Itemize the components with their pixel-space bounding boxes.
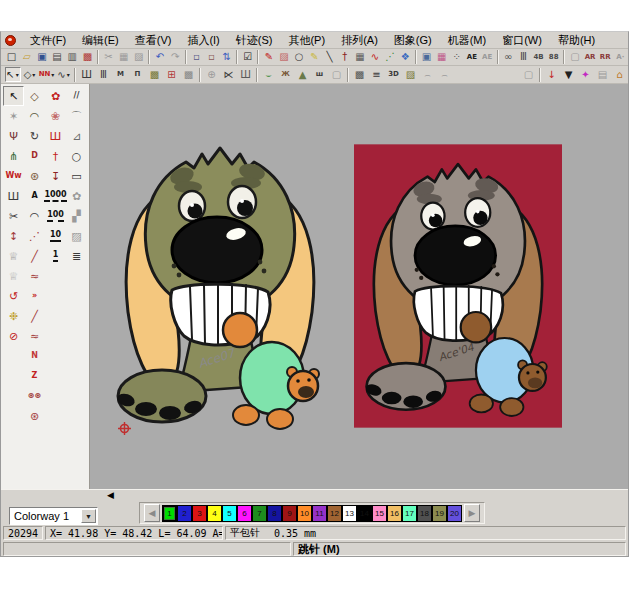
branch-tool[interactable]: Ψ — [3, 126, 24, 146]
color-swatch-13[interactable]: 13 — [342, 505, 357, 522]
transform-scale-button[interactable]: ▫ — [189, 50, 203, 65]
redo-button[interactable]: ↷ — [168, 50, 182, 65]
star-punch-tool[interactable]: ✶ — [3, 106, 24, 126]
length-10-tool[interactable]: 10 — [45, 226, 66, 246]
bud-stitch-tool[interactable]: ❀ — [45, 106, 66, 126]
gear-tool[interactable]: ⊛ — [24, 406, 45, 426]
rectangle-tool[interactable]: ▭ — [66, 166, 87, 186]
baseline-arch-tool[interactable]: ◠ — [24, 206, 45, 226]
undo-button[interactable]: ↶ — [153, 50, 167, 65]
color-swatch-10[interactable]: 10 — [297, 505, 312, 522]
curved-fill-button[interactable]: ⌣ — [261, 67, 277, 82]
menu-item-3[interactable]: 插入(I) — [179, 33, 227, 47]
satin-stitch-button[interactable]: Ш — [79, 67, 95, 82]
lettering-ae-button[interactable]: AE — [465, 50, 479, 65]
color-swatch-7[interactable]: 7 — [252, 505, 267, 522]
node-edit-tool-button[interactable]: ◇▾ — [22, 67, 38, 82]
density-bars-button[interactable]: Ⅲ — [516, 50, 530, 65]
hang-pin-tool[interactable]: ↧ — [45, 166, 66, 186]
menu-item-9[interactable]: 窗口(W) — [494, 33, 550, 47]
n-stitch-tool[interactable]: N — [24, 346, 45, 366]
menu-item-7[interactable]: 图象(G) — [386, 33, 440, 47]
color-swatch-6[interactable]: 6 — [237, 505, 252, 522]
double-w-tool[interactable]: Ww — [3, 166, 24, 186]
shell-tool[interactable]: ♕ — [3, 266, 24, 286]
ellipse-tool[interactable]: ○ — [66, 146, 87, 166]
color-swatch-8[interactable]: 8 — [267, 505, 282, 522]
applique-button[interactable]: ▲ — [295, 67, 311, 82]
menu-item-1[interactable]: 编辑(E) — [74, 33, 127, 47]
lettering-tool[interactable]: A — [24, 186, 45, 206]
spray-tool[interactable]: ❉ — [3, 306, 24, 326]
copy-button[interactable]: ▦ — [117, 50, 131, 65]
fill-hatch-button[interactable]: ▨ — [277, 50, 291, 65]
color-swatch-9[interactable]: 9 — [282, 505, 297, 522]
embroidery-design-view[interactable]: Ace07 — [104, 134, 336, 434]
stop-tool[interactable]: ⊘ — [3, 326, 24, 346]
source-bitmap-view[interactable]: Ace'04 — [348, 138, 568, 434]
initial-caps-tool[interactable]: D — [24, 146, 45, 166]
satin-ww-tool[interactable]: Ш — [45, 126, 66, 146]
transform-reshape-button[interactable]: ▫ — [204, 50, 218, 65]
motif-olive-button[interactable]: ▨ — [403, 67, 419, 82]
grid-fill-button[interactable]: ▦ — [353, 50, 367, 65]
image-tool-button[interactable]: ▣ — [419, 50, 433, 65]
color-swatch-19[interactable]: 19 — [432, 505, 447, 522]
flower-stitch-tool[interactable]: ✿ — [45, 86, 66, 106]
color-dither-button[interactable]: ⁘ — [450, 50, 464, 65]
color-swatch-15[interactable]: 15 — [372, 505, 387, 522]
lettering-ae-disabled-button[interactable]: AE — [480, 50, 494, 65]
scan-image-button[interactable]: ▩ — [80, 50, 94, 65]
arrow-run-tool[interactable]: » — [24, 286, 45, 306]
z-stitch-tool[interactable]: Z — [24, 366, 45, 386]
tatami-fill-button[interactable]: ▩ — [147, 67, 163, 82]
menu-item-4[interactable]: 针迹(S) — [228, 33, 281, 47]
paste-button[interactable]: ▨ — [132, 50, 146, 65]
palette-scroll-left-button[interactable]: ◀ — [144, 504, 160, 522]
motif-fill-button[interactable]: ▩ — [181, 67, 197, 82]
color-swatch-3[interactable]: 3 — [192, 505, 207, 522]
line-tool-button[interactable]: ╲ — [322, 50, 336, 65]
worksheet-button[interactable]: ▤ — [595, 67, 611, 82]
frame-disabled-2-button[interactable]: ▢ — [521, 67, 537, 82]
letter-a-small-button[interactable]: A· — [613, 50, 627, 65]
satin-check-tool[interactable]: Ш — [3, 186, 24, 206]
letters-ar-button[interactable]: AR — [583, 50, 597, 65]
length-1-tool[interactable]: 1 — [45, 246, 66, 266]
color-swatch-14[interactable]: 14 — [357, 505, 372, 522]
stitch-4b-button[interactable]: 4B — [532, 50, 546, 65]
menu-item-0[interactable]: 文件(F) — [22, 33, 74, 47]
length-1000-tool[interactable]: 1000 — [45, 186, 66, 206]
color-swatch-5[interactable]: 5 — [222, 505, 237, 522]
color-swatch-1[interactable]: 1 — [162, 505, 177, 522]
mannequin-tool[interactable]: ▞ — [66, 206, 87, 226]
curve-tool-button[interactable]: ∿▾ — [56, 67, 72, 82]
rotate-tool[interactable]: ↻ — [24, 126, 45, 146]
color-swatch-16[interactable]: 16 — [387, 505, 402, 522]
stitch-nn-tool-button[interactable]: NN▾ — [39, 67, 55, 82]
auto-digitize-button[interactable]: ☑ — [241, 50, 255, 65]
fabric-list-tool[interactable]: ≣ — [66, 246, 87, 266]
menu-item-8[interactable]: 机器(M) — [440, 33, 495, 47]
start-point-marker[interactable] — [118, 422, 131, 435]
contour-stitch-button[interactable]: ⋉ — [221, 67, 237, 82]
pattern-x-button[interactable]: Ж — [278, 67, 294, 82]
filter-v-button[interactable]: ▼ — [561, 67, 577, 82]
arc-tool[interactable]: ⌒ — [66, 106, 87, 126]
stitch-w-button[interactable]: ш — [312, 67, 328, 82]
save-button[interactable]: ▣ — [35, 50, 49, 65]
flower-motif-button[interactable]: ✦ — [578, 67, 594, 82]
color-blend-button[interactable]: ▦ — [435, 50, 449, 65]
image-frame-tool[interactable]: ▨ — [66, 226, 87, 246]
color-swatch-4[interactable]: 4 — [207, 505, 222, 522]
cross-stitch-button[interactable]: Ш — [238, 67, 254, 82]
open-button[interactable]: ▱ — [20, 50, 34, 65]
letters-rr-button[interactable]: RR — [598, 50, 612, 65]
frame-disabled-button[interactable]: ▢ — [568, 50, 582, 65]
color-swatch-18[interactable]: 18 — [417, 505, 432, 522]
colorway-dropdown-icon[interactable]: ▼ — [81, 509, 96, 523]
pointer-tool[interactable]: ↖ — [3, 86, 24, 106]
stitch-lines-button[interactable]: ≡ — [369, 67, 385, 82]
shape-cloud-button[interactable]: ⌢ — [420, 67, 436, 82]
color-swatch-12[interactable]: 12 — [327, 505, 342, 522]
